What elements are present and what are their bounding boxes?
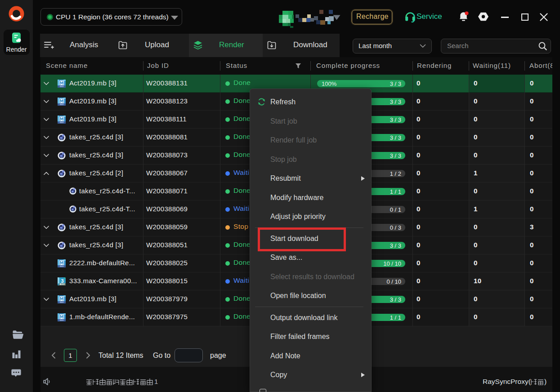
svg-text:MAX: MAX — [59, 283, 65, 285]
svg-text:3: 3 — [61, 278, 63, 284]
